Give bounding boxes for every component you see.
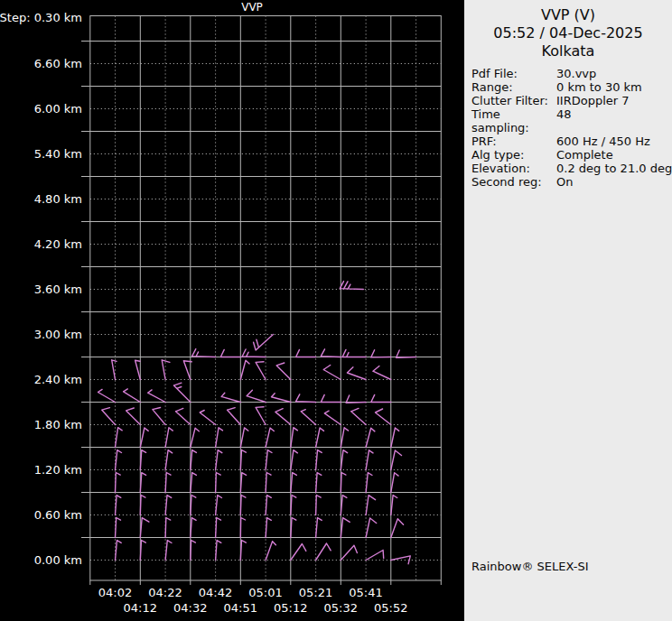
step-label: Step: 0.30 km — [0, 11, 82, 24]
wind-barb — [291, 428, 298, 448]
field-row-time-sampling: Time sampling: 48 — [471, 107, 672, 134]
wind-barb — [240, 450, 246, 470]
svg-text:4.20 km: 4.20 km — [34, 237, 82, 251]
field-value: 48 — [556, 107, 572, 134]
wind-barb — [221, 393, 240, 402]
panel-header: VVP (V) 05:52 / 04-Dec-2025 Kolkata — [464, 0, 672, 60]
panel-datetime: 05:52 / 04-Dec-2025 — [464, 24, 672, 42]
wind-barb — [316, 473, 322, 493]
wind-barb — [216, 496, 222, 515]
wind-barb — [173, 383, 190, 402]
wind-barb — [366, 518, 377, 538]
wind-barb — [272, 394, 291, 403]
wind-barb — [116, 450, 122, 470]
field-value: 600 Hz / 450 Hz — [556, 134, 650, 148]
wind-barb — [140, 428, 148, 448]
wind-barb — [324, 411, 341, 424]
wind-barb — [391, 428, 399, 448]
svg-text:04:02: 04:02 — [98, 586, 132, 599]
field-row-clutter-filter: Clutter Filter: IIRDoppler 7 — [471, 94, 672, 107]
wind-barb — [116, 541, 122, 561]
field-label: Time sampling: — [471, 107, 556, 134]
wind-barb — [247, 390, 266, 402]
field-label: Pdf File: — [471, 67, 556, 80]
wind-barb — [296, 394, 316, 403]
wind-barb — [254, 335, 274, 350]
svg-text:1.80 km: 1.80 km — [34, 418, 82, 431]
svg-text:0.00 km: 0.00 km — [34, 553, 82, 567]
wind-barb — [340, 282, 363, 290]
field-row-alg-type: Alg type: Complete — [471, 148, 672, 162]
wind-barb — [140, 496, 145, 515]
wind-barb — [366, 473, 372, 493]
svg-text:05:12: 05:12 — [274, 601, 307, 615]
wind-barb — [341, 545, 357, 560]
panel-site: Kolkata — [464, 42, 672, 60]
wind-barb — [371, 350, 391, 357]
wind-barb — [98, 389, 116, 402]
wind-barb — [140, 518, 149, 538]
wind-barb — [191, 473, 197, 493]
x-axis-labels: 04:0204:2204:4205:0105:2105:4104:1204:32… — [98, 586, 408, 615]
wind-barb — [342, 349, 366, 357]
wind-barb — [391, 519, 404, 538]
wind-barb — [242, 349, 266, 357]
field-value: 0 km to 30 km — [556, 80, 642, 94]
panel-title: VVP (V) — [464, 6, 672, 24]
wind-barb — [347, 367, 366, 380]
svg-text:3.60 km: 3.60 km — [34, 283, 82, 296]
wind-barb — [366, 496, 376, 515]
svg-text:04:32: 04:32 — [173, 601, 207, 615]
wind-barb — [321, 394, 341, 402]
wind-barb — [240, 473, 246, 493]
field-row-second-reg: Second reg: On — [471, 175, 672, 189]
field-label: PRF: — [471, 134, 556, 148]
wind-barb — [216, 518, 221, 538]
y-axis-labels: 6.60 km6.00 km5.40 km4.80 km4.20 km3.60 … — [34, 57, 82, 567]
wind-barb — [323, 366, 341, 380]
wind-barb — [316, 496, 322, 515]
wind-barb — [301, 410, 315, 425]
field-label: Clutter Filter: — [471, 94, 556, 107]
wind-barb — [148, 390, 166, 403]
wind-barb — [296, 349, 316, 357]
wind-barb — [216, 428, 223, 448]
field-row-elevation: Elevation: 0.2 deg to 21.0 deg — [471, 162, 672, 175]
wind-barb — [191, 496, 196, 515]
svg-text:2.40 km: 2.40 km — [34, 373, 82, 386]
field-row-pdf-file: Pdf File: 30.vvp — [471, 67, 672, 80]
wind-barb — [391, 450, 402, 470]
wind-barb — [391, 473, 398, 493]
wind-barb — [228, 408, 241, 425]
field-value: On — [556, 175, 573, 189]
wind-barb — [266, 542, 275, 561]
field-value: 0.2 deg to 21.0 deg — [556, 162, 672, 175]
wind-barb — [191, 428, 200, 447]
wind-barb — [275, 409, 291, 425]
wind-barb — [116, 496, 121, 515]
wind-barb — [126, 408, 141, 425]
svg-text:04:22: 04:22 — [148, 586, 182, 599]
wind-barb — [341, 518, 350, 538]
wind-barb — [256, 362, 266, 380]
svg-text:05:21: 05:21 — [299, 586, 332, 599]
svg-text:05:41: 05:41 — [349, 586, 382, 599]
field-label: Second reg: — [471, 175, 556, 189]
svg-text:6.00 km: 6.00 km — [34, 102, 82, 116]
wind-barb — [135, 360, 141, 379]
chart-title: VVP — [241, 1, 263, 14]
wind-barb — [316, 518, 322, 538]
wind-barb — [291, 518, 296, 538]
wind-barb — [256, 407, 266, 425]
svg-text:05:32: 05:32 — [324, 601, 358, 615]
chart-grid — [81, 16, 441, 586]
wind-barb — [116, 518, 121, 538]
wind-barb — [200, 411, 215, 425]
wind-barb — [140, 450, 145, 470]
wind-barb — [276, 363, 291, 380]
wind-barb — [165, 450, 173, 470]
brand-footer: Rainbow® SELEX-SI — [471, 560, 589, 573]
wind-barb — [376, 409, 391, 425]
wind-barb — [266, 496, 271, 515]
svg-text:04:12: 04:12 — [124, 601, 157, 615]
